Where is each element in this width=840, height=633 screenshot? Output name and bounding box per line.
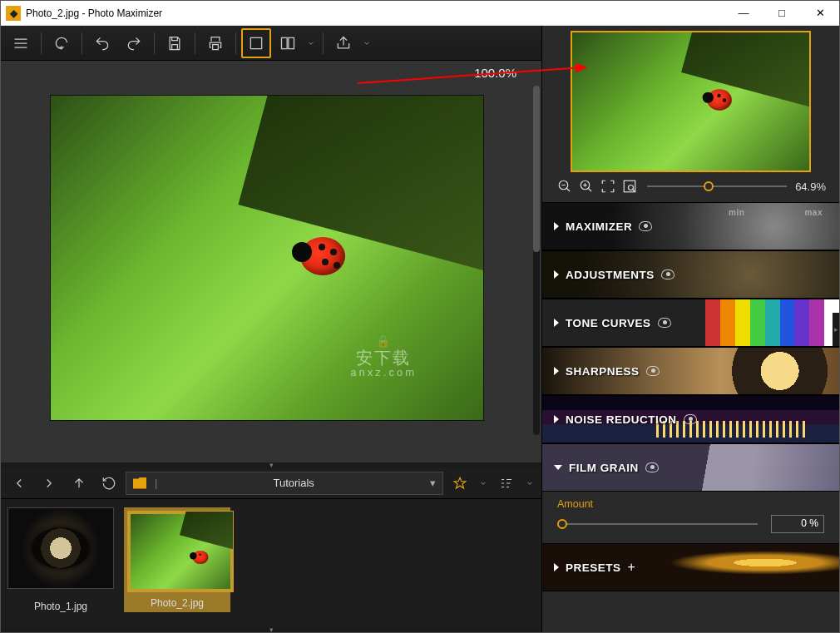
chevron-down-icon: ▾	[430, 477, 436, 489]
visibility-toggle-icon[interactable]	[684, 414, 697, 424]
amount-value-input[interactable]: 0 %	[771, 515, 824, 533]
window-titlebar: ◆ Photo_2.jpg - Photo Maximizer — □ ✕	[1, 1, 839, 26]
thumbnail-label: Photo_1.jpg	[7, 601, 114, 612]
revert-button[interactable]	[47, 28, 77, 58]
zoom-fit-button[interactable]	[599, 177, 617, 195]
canvas-scrollbar-vertical[interactable]	[533, 86, 540, 435]
print-button[interactable]	[200, 28, 230, 58]
nav-back-button[interactable]	[6, 470, 32, 497]
zoom-in-button[interactable]	[577, 177, 595, 195]
save-button[interactable]	[160, 28, 190, 58]
nav-up-button[interactable]	[66, 470, 92, 497]
path-label: Tutorials	[166, 477, 422, 489]
window-close-button[interactable]: ✕	[801, 1, 839, 26]
thumbnail-image	[127, 511, 234, 592]
thumbnail-item[interactable]: Photo_1.jpg	[7, 507, 114, 612]
file-browser: | Tutorials ▾ Photo_1.jpg	[1, 467, 541, 632]
panel-sharpness[interactable]: SHARPNESS	[542, 347, 839, 395]
browser-collapse-handle[interactable]: ▾	[1, 627, 541, 632]
panel-maximizer[interactable]: MAXIMIZER	[542, 202, 839, 250]
share-button[interactable]	[329, 28, 358, 58]
adjustment-panels: MAXIMIZER ADJUSTMENTS TONE CURVES SHARPN…	[542, 202, 839, 632]
visibility-toggle-icon[interactable]	[646, 366, 660, 376]
window-title: Photo_2.jpg - Photo Maximizer	[26, 7, 724, 19]
nav-refresh-button[interactable]	[96, 470, 122, 497]
window-maximize-button[interactable]: □	[763, 1, 801, 26]
side-panel: 64.9% MAXIMIZER ADJUSTMENTS TONE CURVES …	[541, 26, 839, 632]
window-minimize-button[interactable]: —	[724, 1, 763, 26]
thumbnail-item[interactable]: Photo_2.jpg	[124, 507, 230, 612]
side-panel-collapse-handle[interactable]: ▸	[833, 313, 839, 346]
panel-tone-curves[interactable]: TONE CURVES	[542, 299, 839, 347]
panel-presets[interactable]: PRESETS+	[542, 543, 839, 591]
preview-navigator[interactable]	[571, 31, 811, 172]
add-preset-icon[interactable]: +	[628, 560, 636, 575]
redo-button[interactable]	[119, 28, 149, 58]
zoom-slider[interactable]	[647, 180, 787, 193]
favorite-button[interactable]	[447, 470, 473, 497]
path-selector[interactable]: | Tutorials ▾	[126, 472, 443, 495]
browser-toolbar: | Tutorials ▾	[1, 467, 541, 499]
panel-film-grain-body: Amount 0 %	[542, 492, 839, 543]
share-dropdown-button[interactable]	[360, 28, 373, 58]
svg-rect-0	[250, 37, 261, 48]
amount-label: Amount	[557, 498, 824, 510]
visibility-toggle-icon[interactable]	[639, 221, 652, 231]
thumbnail-image	[7, 507, 114, 589]
main-toolbar	[1, 26, 541, 61]
menu-button[interactable]	[6, 28, 36, 58]
preview-zoom-label: 64.9%	[795, 181, 826, 193]
panel-film-grain[interactable]: FILM GRAIN	[542, 443, 839, 492]
main-image[interactable]: 🔒 安下载 anxz.com	[51, 96, 483, 420]
svg-rect-1	[282, 37, 288, 48]
panel-noise-reduction[interactable]: NOISE REDUCTION	[542, 395, 839, 443]
sort-button[interactable]	[493, 470, 520, 497]
svg-point-6	[629, 185, 634, 190]
compare-view-button[interactable]	[273, 28, 303, 58]
undo-button[interactable]	[87, 28, 117, 58]
app-icon: ◆	[6, 6, 21, 21]
zoom-actual-button[interactable]	[620, 177, 639, 195]
visibility-toggle-icon[interactable]	[658, 318, 671, 328]
preview-zoom-controls: 64.9%	[542, 174, 839, 202]
visibility-toggle-icon[interactable]	[645, 462, 659, 472]
zoom-out-button[interactable]	[556, 177, 574, 195]
thumbnail-label: Photo_2.jpg	[127, 597, 227, 609]
watermark: 🔒 安下载 anxz.com	[350, 335, 417, 378]
amount-slider[interactable]	[562, 517, 758, 531]
single-view-button[interactable]	[241, 28, 271, 58]
ladybug-subject	[300, 237, 345, 275]
canvas-area[interactable]: 100.0% 🔒 安下载 anxz.com	[1, 61, 541, 462]
thumbnail-strip: Photo_1.jpg Photo_2.jpg	[1, 499, 541, 627]
visibility-toggle-icon[interactable]	[661, 270, 674, 279]
panel-adjustments[interactable]: ADJUSTMENTS	[542, 250, 839, 299]
sort-dropdown-button[interactable]	[523, 470, 536, 497]
svg-rect-2	[289, 37, 294, 48]
nav-forward-button[interactable]	[36, 470, 62, 497]
view-dropdown-button[interactable]	[304, 28, 318, 58]
favorite-dropdown-button[interactable]	[477, 470, 490, 497]
folder-icon	[133, 477, 146, 489]
